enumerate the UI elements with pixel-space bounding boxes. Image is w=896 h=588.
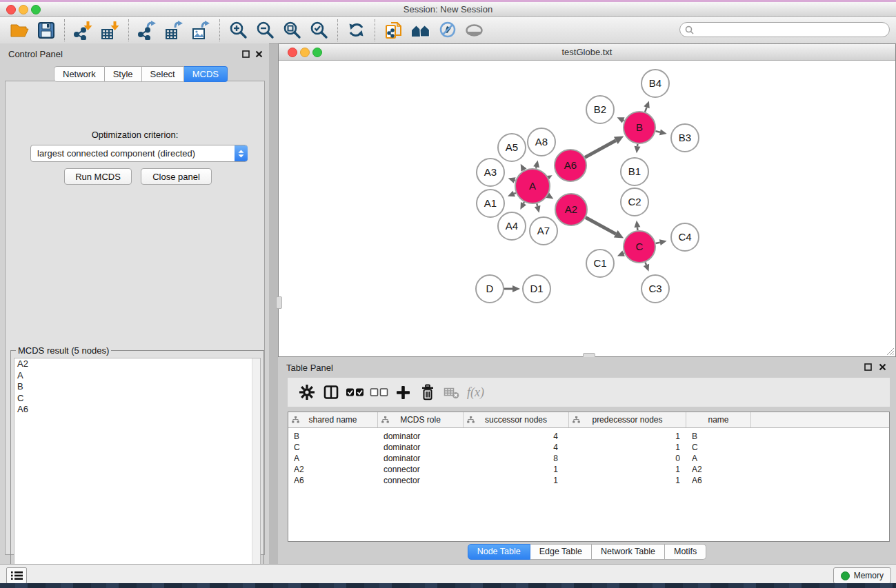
column-label: successor nodes	[485, 415, 547, 425]
import-table-button[interactable]	[97, 19, 123, 42]
floppy-disk-icon	[37, 21, 55, 39]
column-header-predecessor-nodes[interactable]: predecessor nodes	[569, 412, 686, 427]
tab-network[interactable]: Network	[54, 66, 105, 82]
clone-network-button[interactable]	[380, 19, 407, 42]
float-icon	[242, 50, 250, 58]
app-titlebar[interactable]: Session: New Session	[0, 2, 896, 17]
search-field[interactable]	[679, 22, 890, 37]
table-row[interactable]: Adominator80A	[288, 453, 889, 464]
chevron-up-down-icon	[238, 150, 244, 158]
home-button[interactable]	[407, 19, 434, 42]
column-header-successor-nodes[interactable]: successor nodes	[464, 412, 569, 427]
tab-edge-table[interactable]: Edge Table	[530, 544, 592, 560]
network-graph[interactable]: A5A8A3A1A4A7AA6A2BB2B4B3B1CC2C4C1C3DD1	[279, 61, 895, 357]
result-item[interactable]: A2	[14, 358, 260, 370]
tab-select[interactable]: Select	[142, 66, 184, 82]
close-panel-button[interactable]	[255, 50, 263, 59]
table-cell: A6	[288, 476, 378, 485]
graph-node-label: A6	[564, 159, 577, 171]
open-session-button[interactable]	[6, 19, 32, 42]
graph-edge	[624, 120, 625, 121]
table-row[interactable]: A2connector11A2	[288, 464, 889, 475]
header-filler	[751, 412, 889, 427]
close-icon	[255, 50, 263, 58]
table-row[interactable]: A6connector11A6	[288, 475, 889, 486]
run-mcds-button[interactable]: Run MCDS	[64, 168, 132, 185]
tab-style[interactable]: Style	[105, 66, 142, 82]
graph-node-label: D1	[530, 283, 543, 294]
graph-node-label: B2	[594, 103, 606, 115]
deselect-all-button[interactable]	[367, 387, 391, 398]
close-table-panel-button[interactable]	[878, 363, 887, 372]
node-table: shared name MCDS role successor nodes pr…	[288, 412, 890, 542]
memory-button[interactable]: Memory	[833, 567, 891, 584]
network-canvas[interactable]: A5A8A3A1A4A7AA6A2BB2B4B3B1CC2C4C1C3DD1	[279, 61, 895, 356]
graph-node-label: A4	[506, 220, 518, 232]
import-network-button[interactable]	[70, 19, 97, 42]
show-columns-button[interactable]	[319, 384, 343, 401]
list-icon	[11, 571, 23, 580]
column-header-shared-name[interactable]: shared name	[288, 412, 378, 427]
column-label: MCDS role	[400, 415, 441, 425]
export-image-button[interactable]	[188, 19, 215, 42]
column-header-mcds-role[interactable]: MCDS role	[378, 412, 464, 427]
vertical-scroll-thumb[interactable]	[276, 296, 282, 309]
criterion-dropdown[interactable]: largest connected component (directed)	[30, 145, 248, 162]
delete-table-button[interactable]	[439, 385, 464, 400]
tab-node-table[interactable]: Node Table	[468, 544, 530, 560]
graph-node-label: B	[636, 121, 643, 133]
refresh-layout-button[interactable]	[343, 19, 370, 42]
network-window-titlebar[interactable]: testGlobe.txt	[279, 44, 895, 61]
graph-node-label: A7	[537, 225, 550, 236]
table-row[interactable]: Cdominator41C	[288, 442, 889, 453]
table-row[interactable]: Bdominator41B	[288, 431, 889, 442]
import-network-icon	[73, 21, 94, 40]
network-view-window: testGlobe.txt A5A8A3A1A4A7AA6A2BB2B4B3B1…	[278, 43, 896, 357]
mcds-result-list[interactable]: A2ABCA6	[14, 358, 261, 585]
column-header-name[interactable]: name	[686, 412, 751, 427]
refresh-icon	[347, 21, 366, 39]
graph-node-label: A5	[506, 141, 518, 153]
resize-grip-icon[interactable]	[886, 347, 895, 356]
graph-edge-arrowhead	[634, 221, 640, 227]
function-builder-button[interactable]: f(x)	[464, 385, 488, 400]
create-column-button[interactable]	[391, 385, 415, 401]
delete-column-button[interactable]	[415, 384, 439, 401]
zoom-out-button[interactable]	[252, 19, 279, 42]
result-item[interactable]: A	[14, 370, 260, 382]
result-item[interactable]: A6	[14, 404, 260, 416]
table-cell: A	[288, 454, 378, 463]
table-settings-button[interactable]	[295, 384, 319, 401]
graph-node-label: B3	[679, 132, 691, 143]
table-toolbar: f(x)	[288, 378, 890, 407]
result-scrollbar[interactable]	[252, 358, 260, 585]
eye-button[interactable]	[461, 19, 488, 42]
export-network-icon	[137, 21, 158, 40]
table-cell: B	[686, 432, 751, 441]
export-table-button[interactable]	[161, 19, 188, 42]
graph-node-label: B1	[628, 165, 641, 177]
float-panel-button[interactable]	[241, 50, 250, 59]
task-history-button[interactable]	[6, 567, 27, 584]
result-item[interactable]: C	[14, 393, 260, 405]
tab-mcds[interactable]: MCDS	[184, 66, 228, 82]
gear-icon	[299, 384, 315, 401]
application-window: Session: New Session	[0, 0, 896, 588]
zoom-fit-button[interactable]	[279, 19, 306, 42]
tab-network-table[interactable]: Network Table	[592, 544, 665, 560]
search-input[interactable]	[697, 24, 889, 35]
fx-icon: f(x)	[467, 385, 484, 400]
save-session-button[interactable]	[32, 19, 59, 42]
zoom-in-button[interactable]	[225, 19, 252, 42]
hide-graphics-details-button[interactable]	[434, 19, 461, 42]
zoom-selected-button[interactable]	[306, 19, 332, 42]
select-all-button[interactable]	[343, 387, 367, 398]
tab-motifs[interactable]: Motifs	[665, 544, 706, 560]
table-cell: connector	[378, 465, 464, 474]
float-table-panel-button[interactable]	[864, 363, 873, 372]
graph-edge	[655, 131, 660, 132]
export-network-button[interactable]	[134, 19, 161, 42]
export-table-icon	[164, 21, 185, 40]
result-item[interactable]: B	[14, 381, 260, 393]
close-panel-button-mcds[interactable]: Close panel	[141, 168, 212, 185]
